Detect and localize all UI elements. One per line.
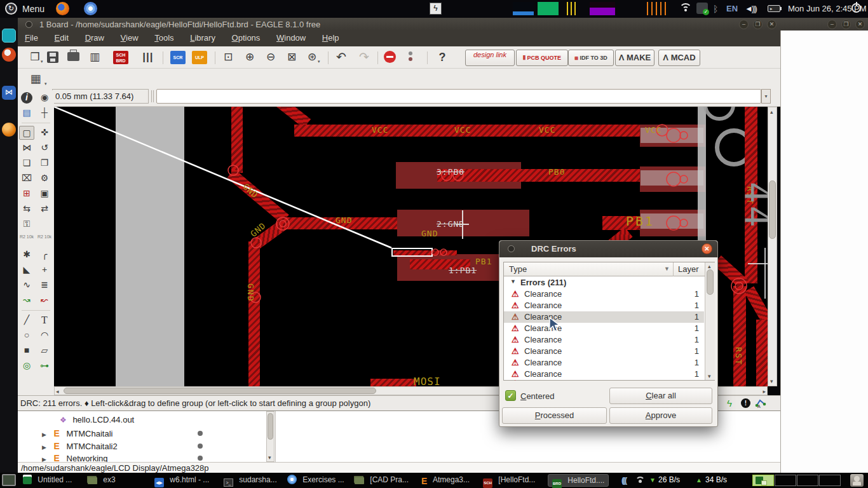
menu-label[interactable]: Menu <box>22 4 44 14</box>
move-icon[interactable]: ✜ <box>37 126 52 140</box>
maximize-button[interactable]: ❐ <box>753 20 763 29</box>
task-w6[interactable]: ◀▶ w6.html - ... <box>154 474 209 487</box>
value-icon[interactable]: R2 10k <box>37 233 52 247</box>
help-icon[interactable]: ? <box>434 50 451 65</box>
drc-table-header[interactable]: Type ▼ Layer <box>504 262 714 276</box>
via-icon[interactable]: ◎ <box>19 359 34 373</box>
command-input[interactable] <box>156 89 761 104</box>
save-icon[interactable] <box>47 51 58 63</box>
task-exercises[interactable]: Exercises ... <box>287 474 344 487</box>
script-icon[interactable]: SCR <box>170 51 186 64</box>
change-icon[interactable]: ⚙ <box>37 172 52 186</box>
arc-icon[interactable]: ◠ <box>37 329 52 342</box>
firefox-icon[interactable] <box>56 2 69 15</box>
task-board-active[interactable]: BRD HelloFtd.... <box>548 474 609 487</box>
mcad-button[interactable]: Λ MCAD <box>658 50 700 66</box>
mark-icon[interactable]: ┼ <box>37 106 52 120</box>
clear-all-button[interactable]: Clear all <box>609 388 712 404</box>
centered-label[interactable]: Centered <box>520 391 554 401</box>
info-icon[interactable]: i <box>21 92 32 104</box>
drc-group-row[interactable]: ▼ Errors (211) <box>504 277 704 288</box>
drc-error-row-selected[interactable]: ⚠Clearance1 <box>504 311 704 323</box>
export-image-icon[interactable]: ▥ <box>86 50 103 65</box>
workspace-3[interactable] <box>797 475 818 486</box>
sort-icon[interactable]: ▼ <box>664 266 670 272</box>
add-device-icon[interactable]: ⊞ <box>19 187 34 201</box>
add-module-icon[interactable]: ▣ <box>37 187 52 201</box>
menu-draw[interactable]: Draw <box>78 30 111 43</box>
zoom-select-icon[interactable]: ⊠ <box>283 50 300 65</box>
split-icon[interactable]: ◣ <box>19 263 34 277</box>
tree-scrollbar[interactable]: ▾ <box>266 411 275 462</box>
text-icon[interactable]: T <box>37 313 52 327</box>
task-terminal[interactable]: >_ sudarsha... <box>224 474 277 487</box>
sysmonitor-icon[interactable]: ϟ <box>430 3 442 15</box>
ripup-icon[interactable]: ↜ <box>37 294 52 308</box>
mirror-icon[interactable]: ⋈ <box>19 141 34 155</box>
menu-view[interactable]: View <box>114 30 146 43</box>
drc-error-row[interactable]: ⚠Clearance1 <box>504 357 704 369</box>
menu-help[interactable]: Help <box>315 30 346 43</box>
drill-aid-icon[interactable]: ϟ <box>727 398 732 409</box>
bg-maximize-button[interactable]: ❐ <box>841 20 851 29</box>
copy-icon[interactable]: ❏ <box>19 156 34 170</box>
print-icon[interactable] <box>67 52 79 61</box>
eye-icon[interactable]: ◉ <box>37 91 52 105</box>
name-icon[interactable]: R2 10k <box>19 233 34 247</box>
window-menu-dot[interactable] <box>25 21 32 28</box>
bluetooth-icon[interactable]: ᛒ <box>713 4 718 14</box>
route-icon[interactable]: ↝ <box>19 294 34 308</box>
minimize-button[interactable]: – <box>739 20 749 29</box>
zoom-out-icon[interactable]: ⊖ <box>262 50 279 65</box>
drc-error-row[interactable]: ⚠Clearance1 <box>504 323 704 334</box>
expander-icon[interactable]: ▶ <box>42 444 46 451</box>
grid-icon[interactable]: ▦ <box>24 70 47 87</box>
gateswap-icon[interactable]: ⇄ <box>37 202 52 216</box>
task-ex3[interactable]: ex3 <box>88 474 116 487</box>
menu-edit[interactable]: Edit <box>48 30 76 43</box>
menu-window[interactable]: Window <box>269 30 313 43</box>
library-icon[interactable]: ||| <box>140 50 156 65</box>
pane-divider[interactable] <box>275 411 276 462</box>
ulp-icon[interactable]: ULP <box>192 51 207 64</box>
workspace-1-active[interactable] <box>752 475 774 486</box>
wifi-indicator-icon[interactable] <box>679 3 693 13</box>
optimize-icon[interactable]: + <box>37 263 52 277</box>
polygon-icon[interactable]: ▱ <box>37 344 52 358</box>
desktop-badge-icon[interactable] <box>850 474 864 487</box>
wire-icon[interactable]: ╱ <box>19 313 34 327</box>
stop-icon[interactable] <box>384 51 396 63</box>
menu-library[interactable]: Library <box>183 30 222 43</box>
project-status-dot[interactable] <box>198 431 203 436</box>
undo-icon[interactable]: ↶ <box>333 50 349 65</box>
dock-icon-teal[interactable] <box>2 29 16 43</box>
drc-errors-dialog[interactable]: DRC Errors ✕ Type ▼ Layer ▼ Errors (211)… <box>499 240 718 427</box>
task-atmega[interactable]: E Atmega3... <box>421 474 470 487</box>
task-schematic[interactable]: SCH [HelloFtd... <box>483 474 535 487</box>
approve-button[interactable]: Approve <box>609 407 712 424</box>
tree-item[interactable]: ❖ hello.LCD.44.out <box>60 415 134 427</box>
col-layer[interactable]: Layer <box>678 264 699 274</box>
processed-button[interactable]: Processed <box>502 407 607 424</box>
battery-icon[interactable]: ▸ <box>768 5 780 12</box>
layers-icon[interactable]: ▤ <box>19 106 34 120</box>
smash-icon[interactable]: ✱ <box>19 248 34 262</box>
bg-minimize-button[interactable]: – <box>827 20 837 29</box>
command-dropdown-icon[interactable]: ▾ <box>761 89 771 104</box>
expander-icon[interactable]: ▶ <box>42 431 46 438</box>
workspace-2[interactable] <box>775 475 796 486</box>
dock-icon-blue[interactable]: ⋈ <box>2 86 16 100</box>
drc-dialog-titlebar[interactable]: DRC Errors ✕ <box>499 241 717 257</box>
align-icon[interactable]: ≣ <box>37 278 52 292</box>
make-button[interactable]: Λ MAKE <box>615 50 654 66</box>
stop-status-icon[interactable]: ! <box>741 398 750 408</box>
miter-icon[interactable]: ╭ <box>37 248 52 262</box>
dock-icon-orange[interactable] <box>2 123 16 137</box>
window-list-icon[interactable] <box>2 474 16 486</box>
volume-icon[interactable]: ◄))) <box>745 4 756 13</box>
menu-file[interactable]: File <box>18 30 45 43</box>
circle-icon[interactable]: ○ <box>19 329 34 342</box>
eagle-titlebar[interactable]: 1 Board - /home/sudarshank/eagle/HelloFt… <box>18 18 868 30</box>
dropbox-icon[interactable]: ✓ <box>696 3 708 14</box>
project-status-dot[interactable] <box>198 456 203 461</box>
